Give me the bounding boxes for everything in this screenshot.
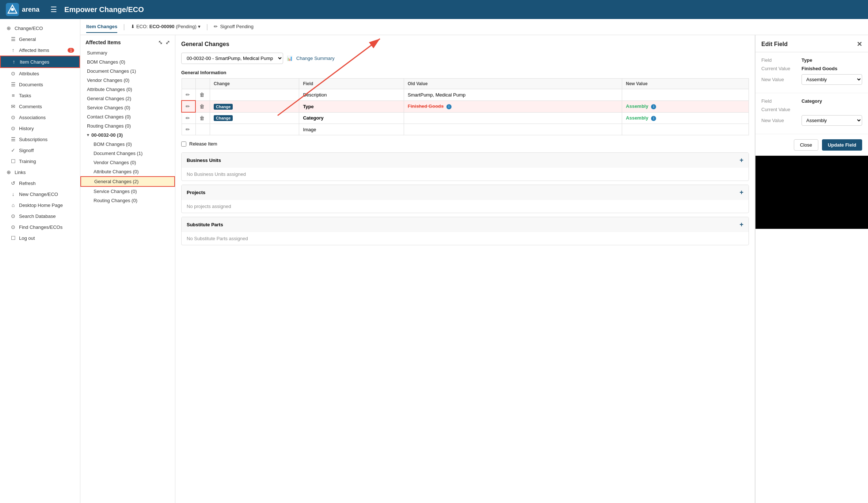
row2-new-cell: Assembly i — [622, 101, 749, 112]
tree-child-doc[interactable]: Document Changes (1) — [80, 149, 175, 158]
projects-plus-icon[interactable]: + — [739, 189, 743, 196]
edit-panel: Edit Field ✕ Field Type Current Value Fi… — [755, 35, 868, 503]
item-changes-icon: ↑ — [11, 59, 17, 65]
tree-child-general[interactable]: General Changes (2) — [80, 176, 175, 187]
tree-doc-changes[interactable]: Document Changes (1) — [80, 67, 175, 76]
tree-child-attr[interactable]: Attribute Changes (0) — [80, 167, 175, 176]
sidebar-item-history[interactable]: ⊙ History — [0, 123, 80, 134]
substitute-parts-header[interactable]: Substitute Parts + — [182, 217, 749, 232]
expand-icon[interactable]: ⤡ — [158, 39, 163, 45]
tree-contact-changes[interactable]: Contact Changes (0) — [80, 112, 175, 121]
close-button[interactable]: Close — [794, 139, 818, 151]
new-value1-select[interactable]: Assembly Finished Goods Raw Material Sub… — [802, 74, 862, 85]
col-old-value: Old Value — [404, 79, 622, 89]
sidebar-item-find-changes[interactable]: ⊙ Find Changes/ECOs — [0, 222, 80, 232]
tree-vendor-changes[interactable]: Vendor Changes (0) — [80, 76, 175, 85]
tree-bom-changes[interactable]: BOM Changes (0) — [80, 57, 175, 67]
eco-chevron-icon[interactable]: ▾ — [198, 24, 201, 29]
release-item-label: Release Item — [189, 141, 217, 147]
sidebar-item-change-eco[interactable]: ⊕ Change/ECO — [0, 23, 80, 34]
main-panel-title: General Changes — [181, 41, 749, 48]
links-icon: ⊕ — [6, 169, 12, 175]
substitute-parts-label: Substitute Parts — [187, 222, 223, 227]
table-row: ✏ 🗑 Change Type Finished Goods — [182, 101, 749, 112]
row4-field-cell: Image — [299, 124, 404, 135]
find-changes-icon: ⊙ — [10, 224, 16, 230]
edit-row4-icon[interactable]: ✏ — [186, 126, 190, 132]
sidebar-item-tasks[interactable]: ≡ Tasks — [0, 90, 80, 101]
affected-items-badge: 1 — [68, 48, 74, 53]
sidebar-item-links[interactable]: ⊕ Links — [0, 167, 80, 178]
sidebar-item-search-db[interactable]: ⊙ Search Database — [0, 211, 80, 222]
new-info-icon[interactable]: i — [651, 104, 656, 109]
sidebar-item-associations[interactable]: ⊙ Associations — [0, 112, 80, 123]
sidebar-item-attributes[interactable]: ⊙ Attributes — [0, 68, 80, 79]
edit-field-type-row: Field Type — [761, 57, 862, 63]
projects-header[interactable]: Projects + — [182, 185, 749, 200]
row3-edit-cell: ✏ — [182, 112, 195, 124]
sidebar-item-refresh[interactable]: ↺ Refresh — [0, 178, 80, 189]
row1-edit-cell: ✏ — [182, 89, 195, 101]
main-panel: General Changes 00-0032-00 - SmartPump, … — [175, 35, 755, 503]
part-expand-icon[interactable]: ▾ — [87, 133, 89, 137]
tree-routing-changes[interactable]: Routing Changes (0) — [80, 121, 175, 131]
tree-attr-changes[interactable]: Attribute Changes (0) — [80, 85, 175, 94]
new-category-info-icon[interactable]: i — [651, 116, 656, 121]
row4-delete-cell — [195, 124, 210, 135]
top-header: arena ☰ Empower Change/ECO — [0, 0, 868, 19]
row3-change-cell: Change — [210, 112, 299, 124]
delete-row2-icon[interactable]: 🗑 — [199, 103, 205, 109]
sidebar-item-general[interactable]: ☰ General — [0, 34, 80, 45]
tab-eco[interactable]: ⬇ ECO: ECO-00090 (Pending) ▾ — [131, 21, 201, 33]
sidebar-item-signoff[interactable]: ✓ Signoff — [0, 145, 80, 156]
delete-row1-icon[interactable]: 🗑 — [199, 92, 205, 98]
tree-child-bom[interactable]: BOM Changes (0) — [80, 140, 175, 149]
old-info-icon[interactable]: i — [446, 104, 452, 109]
tree-child-routing[interactable]: Routing Changes (0) — [80, 196, 175, 205]
sidebar-item-subscriptions[interactable]: ☰ Subscriptions — [0, 134, 80, 145]
tab-signoff[interactable]: ✏ Signoff Pending — [214, 21, 254, 33]
edit-field-category-row: Field Category — [761, 98, 862, 104]
item-dropdown[interactable]: 00-0032-00 - SmartPump, Medical Pump — [181, 53, 283, 64]
edit-row2-icon[interactable]: ✏ — [186, 103, 190, 109]
tree-service-changes[interactable]: Service Changes (0) — [80, 103, 175, 112]
tree-item-part[interactable]: ▾ 00-0032-00 (3) — [80, 131, 175, 140]
sidebar-item-affected-items[interactable]: ↑ Affected Items 1 — [0, 45, 80, 56]
release-item-checkbox[interactable] — [181, 141, 186, 147]
panel-header-icons[interactable]: ⤡ ⤢ — [158, 39, 170, 45]
delete-row3-icon[interactable]: 🗑 — [199, 115, 205, 121]
tree-child-vendor[interactable]: Vendor Changes (0) — [80, 158, 175, 167]
sidebar-item-logout[interactable]: ☐ Log out — [0, 232, 80, 243]
subscriptions-icon: ☰ — [10, 136, 16, 142]
hamburger-icon[interactable]: ☰ — [50, 5, 57, 14]
business-units-plus-icon[interactable]: + — [739, 156, 743, 164]
tree-child-service[interactable]: Service Changes (0) — [80, 187, 175, 196]
sidebar-item-item-changes[interactable]: ↑ Item Changes — [0, 56, 80, 68]
tree-summary[interactable]: Summary — [80, 48, 175, 57]
edit-panel-title: Edit Field — [761, 41, 788, 48]
collapse-icon[interactable]: ⤢ — [165, 39, 170, 45]
field1-label: Field — [761, 57, 802, 63]
update-field-button[interactable]: Update Field — [822, 139, 862, 151]
sidebar-item-documents[interactable]: ☰ Documents — [0, 79, 80, 90]
sidebar-item-desktop-home[interactable]: ⌂ Desktop Home Page — [0, 200, 80, 211]
business-units-header[interactable]: Business Units + — [182, 153, 749, 168]
projects-label: Projects — [187, 190, 205, 195]
new-value2-label: New Value — [761, 118, 802, 123]
sidebar-item-comments[interactable]: ✉ Comments — [0, 101, 80, 112]
tab-item-changes[interactable]: Item Changes — [86, 21, 117, 33]
signoff-tab-icon: ✏ — [214, 24, 218, 29]
edit-row1-icon[interactable]: ✏ — [186, 92, 190, 98]
change-summary-btn[interactable]: Change Summary — [296, 56, 335, 61]
new-value2-select[interactable]: Assembly Category A Category B — [802, 115, 862, 126]
arena-logo-icon — [6, 3, 19, 16]
substitute-plus-icon[interactable]: + — [739, 221, 743, 228]
sidebar-item-new-change[interactable]: ↓ New Change/ECO — [0, 189, 80, 200]
edit-panel-close-icon[interactable]: ✕ — [857, 40, 862, 48]
edit-row3-icon[interactable]: ✏ — [186, 115, 190, 121]
tree-general-changes[interactable]: General Changes (2) — [80, 94, 175, 103]
page-title: Empower Change/ECO — [64, 5, 144, 14]
sidebar-item-training[interactable]: ☐ Training — [0, 156, 80, 167]
row3-old-cell — [404, 112, 622, 124]
black-area — [755, 156, 868, 229]
